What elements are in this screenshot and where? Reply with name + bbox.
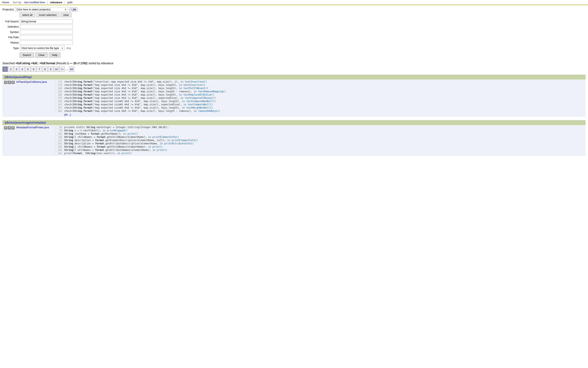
- history-input[interactable]: [20, 40, 73, 45]
- method-link[interactable]: in printElementInfo(): [148, 136, 179, 138]
- method-link[interactable]: in testMergeNonNull(): [182, 106, 213, 109]
- page-6[interactable]: 6: [31, 66, 36, 72]
- method-link[interactable]: in testComputeIfAbsent(): [180, 97, 216, 99]
- badge-a2: A: [8, 126, 11, 129]
- page-7[interactable]: 7: [37, 66, 42, 72]
- line-code: check(String.format("map expected size m…: [64, 90, 226, 93]
- file-link-1[interactable]: InPlaceOpsCollisions.java: [16, 80, 53, 83]
- symbol-label: Symbol: [2, 30, 19, 34]
- method-link[interactable]: in testPutIfAbsent(): [179, 87, 209, 90]
- sort-path[interactable]: path: [67, 1, 72, 4]
- all-results-link[interactable]: [all ...]: [64, 113, 71, 116]
- definition-input[interactable]: [20, 25, 73, 29]
- line-code: private static String maxInteger = Integ…: [64, 126, 169, 129]
- line-number: 102: [55, 132, 63, 135]
- type-any-label: Any: [66, 46, 71, 50]
- file-lines-1: 172 check(String.format("insertion: map …: [55, 80, 586, 116]
- line-number: 472: [55, 103, 63, 106]
- pagination: 1 2 3 4 5 6 7 8 9 10 >> ... 69: [2, 66, 586, 72]
- line-code: check(String.format("map expected size m…: [64, 87, 208, 90]
- symbol-input[interactable]: [20, 30, 73, 34]
- method-link[interactable]: in print(): [152, 149, 167, 151]
- badge-h: H: [4, 81, 7, 84]
- clear-button[interactable]: clear: [60, 13, 71, 17]
- line-number: 75: [55, 129, 63, 132]
- page-1[interactable]: 1: [2, 66, 8, 72]
- section-path-link-1[interactable]: /jdk/test/java/util/Map/: [4, 75, 32, 79]
- query-part-1: +full:string: [15, 62, 30, 65]
- method-link[interactable]: in testInsertion(): [180, 80, 207, 83]
- page-3[interactable]: 3: [14, 66, 19, 72]
- method-link[interactable]: in printElementInfo(): [167, 139, 198, 142]
- line-code: check(String.format("map expected size#1…: [64, 103, 213, 106]
- method-link[interactable]: in testInsertion(): [179, 83, 206, 86]
- file-result-1: H A D InPlaceOpsCollisions.java 172 chec…: [2, 80, 586, 117]
- page-2[interactable]: 2: [8, 66, 13, 72]
- line-entry: 75 String s = t.nextToken(); in printWra…: [55, 129, 586, 132]
- definition-label: Definition: [2, 25, 19, 28]
- method-link[interactable]: in print(): [123, 132, 138, 135]
- history-label: History: [2, 41, 19, 44]
- line-number: 129: [55, 136, 63, 138]
- line-number: 172: [55, 80, 63, 83]
- page-9[interactable]: 9: [48, 66, 53, 72]
- type-select[interactable]: Click here to restrict the file type: [20, 46, 65, 50]
- searched-label: Searched: [2, 62, 15, 65]
- line-number: 259: [55, 87, 63, 90]
- section-path-link-2[interactable]: /jdk/test/javax/imageio/metadata/: [4, 121, 46, 124]
- search-form: Project(s) Click here to select project(…: [2, 7, 586, 57]
- line-number: 497: [55, 106, 63, 109]
- method-link[interactable]: in print(): [148, 145, 163, 148]
- search-buttons: Search Clear Help: [2, 53, 586, 57]
- full-search-row: Full Search: [2, 19, 586, 24]
- page-4[interactable]: 4: [19, 66, 25, 72]
- line-number: 435: [55, 149, 63, 151]
- select-all-button[interactable]: select all: [19, 13, 35, 17]
- page-ellipsis: ...: [65, 68, 68, 71]
- method-link[interactable]: in removeOddKeys(): [194, 110, 220, 112]
- query-part-3: +full:format: [39, 62, 55, 65]
- line-code: String[] childNames = format.getChildNam…: [64, 145, 163, 148]
- line-code: print(format, (String)iter.next()); in p…: [64, 152, 132, 155]
- page-next[interactable]: >>: [59, 66, 65, 72]
- line-entry: 257 String description = format.getAttri…: [55, 142, 586, 145]
- file-path-input[interactable]: [20, 35, 73, 39]
- clear-search-button[interactable]: Clear: [35, 53, 47, 57]
- method-link[interactable]: in testComputeNonNull(): [182, 100, 216, 103]
- line-number: 56: [55, 126, 63, 129]
- help-button[interactable]: Help: [49, 53, 60, 57]
- line-code: String rootName = format.getRootName(); …: [64, 132, 138, 135]
- page-5[interactable]: 5: [25, 66, 30, 72]
- line-code: String[] childNames = format.getChildNam…: [64, 136, 179, 138]
- line-entry: 172 String description = format.getEleme…: [55, 139, 586, 142]
- sort-last-modified[interactable]: last modified time: [24, 1, 45, 4]
- method-link[interactable]: in printAttributeInfo(): [160, 142, 194, 145]
- line-entry: 373 check(String.format("map expected si…: [55, 97, 586, 99]
- method-link[interactable]: in testComputeNull(): [183, 103, 213, 106]
- line-entry: 554 check(String.format("map expected si…: [55, 110, 586, 112]
- method-link[interactable]: in printWrapped(): [103, 129, 128, 132]
- line-entry: 259 check(String.format("map expected si…: [55, 87, 586, 90]
- home-link[interactable]: Home: [2, 1, 9, 4]
- projects-select[interactable]: Click here to select project(s): [15, 7, 68, 12]
- page-8[interactable]: 8: [42, 66, 47, 72]
- method-link[interactable]: in testRemoveMapping(): [194, 90, 226, 93]
- projects-row: Project(s) Click here to select project(…: [2, 7, 586, 12]
- file-badges-1: H A D: [2, 80, 15, 84]
- line-code: String[] attrNames = format.getAttribute…: [64, 149, 167, 151]
- invert-selection-button[interactable]: invert selection: [37, 13, 59, 17]
- section-header-2: /jdk/test/javax/imageio/metadata/: [2, 120, 586, 125]
- method-link[interactable]: in testReplaceOldValue(): [179, 93, 214, 96]
- full-search-input[interactable]: [20, 19, 73, 24]
- page-10[interactable]: 10: [54, 66, 59, 72]
- method-link[interactable]: in print(): [117, 152, 132, 155]
- file-link-2[interactable]: MetadataFormatPrinter.java: [16, 126, 53, 129]
- page-last[interactable]: 69: [69, 66, 74, 72]
- file-badges-2: H A D: [2, 126, 15, 129]
- search-button[interactable]: Search: [19, 53, 34, 57]
- line-entry: 283 check(String.format("map expected si…: [55, 90, 586, 93]
- full-search-label: Full Search: [2, 20, 19, 23]
- tag-remove-icon[interactable]: ×: [71, 8, 72, 11]
- results-count-text: (Results 1 — 25 of 1702) sorted by relev…: [56, 62, 113, 65]
- definition-row: Definition: [2, 25, 586, 29]
